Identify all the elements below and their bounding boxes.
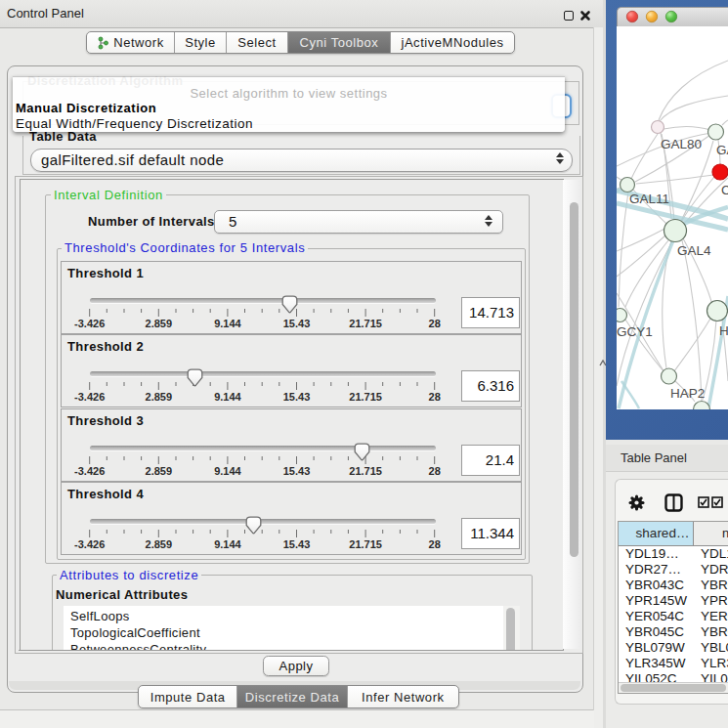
svg-text:GAL80: GAL80 bbox=[661, 137, 702, 151]
svg-text:C: C bbox=[721, 183, 728, 197]
svg-text:GAL11: GAL11 bbox=[629, 192, 669, 206]
svg-text:GCY1: GCY1 bbox=[617, 324, 653, 339]
svg-text:HAP2: HAP2 bbox=[670, 386, 705, 401]
svg-text:GA: GA bbox=[716, 143, 728, 157]
svg-text:H: H bbox=[719, 323, 728, 338]
svg-text:GAL4: GAL4 bbox=[677, 243, 711, 258]
